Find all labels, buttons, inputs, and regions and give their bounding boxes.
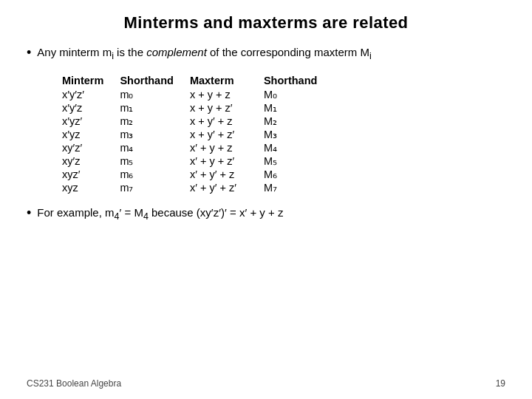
table-row: x′yz′m₂x + y′ + zM₂	[62, 115, 333, 128]
bullet-text-1: Any minterm mi is the complement of the …	[37, 44, 371, 64]
table-cell: m₅	[120, 154, 190, 168]
table-row: xy′z′m₄x′ + y + zM₄	[62, 141, 333, 154]
table-cell: M₇	[264, 181, 334, 194]
sub-i: i	[112, 51, 114, 61]
table-cell: x′ + y + z′	[190, 154, 264, 168]
bullet-dot-1: •	[27, 45, 31, 61]
page-title: Minterms and maxterms are related	[27, 13, 505, 33]
table-cell: M₁	[264, 101, 334, 115]
page-container: Minterms and maxterms are related • Any …	[0, 0, 532, 399]
table-cell: x + y + z′	[190, 101, 264, 115]
sub-4: 4	[115, 211, 120, 222]
col-header-minterm: Minterm	[62, 74, 120, 88]
bullet-item-2: • For example, m4′ = M4 because (xy′z′)′…	[27, 205, 505, 224]
table-row: xy′zm₅x′ + y + z′M₅	[62, 154, 333, 168]
table-row: x′yzm₃x + y′ + z′M₃	[62, 128, 333, 141]
table-cell: x + y′ + z	[190, 115, 264, 128]
table-row: xyz′m₆x′ + y′ + zM₆	[62, 168, 333, 181]
table-cell: m₃	[120, 128, 190, 141]
table-cell: m₆	[120, 168, 190, 181]
table-cell: xyz′	[62, 168, 120, 181]
minterm-maxterm-table: Minterm Shorthand Maxterm Shorthand x′y′…	[62, 74, 333, 194]
table-cell: M₅	[264, 154, 334, 168]
table-cell: M₂	[264, 115, 334, 128]
table-cell: x + y′ + z′	[190, 128, 264, 141]
table-cell: xy′z	[62, 154, 120, 168]
table-cell: xy′z′	[62, 141, 120, 154]
table-cell: xyz	[62, 181, 120, 194]
col-header-shorthand2: Shorthand	[264, 74, 334, 88]
table-cell: x′yz′	[62, 115, 120, 128]
table-cell: m₇	[120, 181, 190, 194]
table-cell: M₄	[264, 141, 334, 154]
bullet-text-2: For example, m4′ = M4 because (xy′z′)′ =…	[37, 205, 283, 224]
table-header-row: Minterm Shorthand Maxterm Shorthand	[62, 74, 333, 88]
col-header-maxterm: Maxterm	[190, 74, 264, 88]
table-section: Minterm Shorthand Maxterm Shorthand x′y′…	[62, 74, 505, 194]
bullet-dot-2: •	[27, 205, 31, 221]
table-cell: m₀	[120, 88, 190, 101]
table-cell: x′yz	[62, 128, 120, 141]
col-header-shorthand1: Shorthand	[120, 74, 190, 88]
sub-i2: i	[369, 51, 372, 61]
table-cell: M₆	[264, 168, 334, 181]
footer: CS231 Boolean Algebra 19	[0, 378, 532, 389]
table-cell: x′ + y + z	[190, 141, 264, 154]
table-cell: M₃	[264, 128, 334, 141]
table-cell: x + y + z	[190, 88, 264, 101]
sub-4b: 4	[143, 211, 149, 222]
table-cell: x′ + y′ + z′	[190, 181, 264, 194]
table-cell: m₁	[120, 101, 190, 115]
table-cell: m₂	[120, 115, 190, 128]
footer-left: CS231 Boolean Algebra	[27, 378, 121, 389]
table-cell: M₀	[264, 88, 334, 101]
table-row: x′y′z′m₀x + y + zM₀	[62, 88, 333, 101]
table-cell: x′y′z′	[62, 88, 120, 101]
table-row: x′y′zm₁x + y + z′M₁	[62, 101, 333, 115]
table-cell: x′ + y′ + z	[190, 168, 264, 181]
bullet-item-1: • Any minterm mi is the complement of th…	[27, 44, 505, 64]
table-row: xyzm₇x′ + y′ + z′M₇	[62, 181, 333, 194]
footer-right: 19	[496, 378, 505, 389]
table-cell: m₄	[120, 141, 190, 154]
table-cell: x′y′z	[62, 101, 120, 115]
